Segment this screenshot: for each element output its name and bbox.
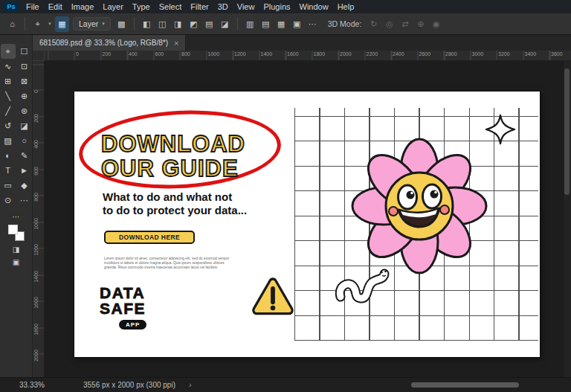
distribute-spacing-icon[interactable]: ▦ — [274, 16, 288, 32]
horizontal-scrollbar-thumb[interactable] — [411, 382, 519, 388]
path-selection-tool[interactable]: ► — [17, 163, 32, 178]
hand-tool[interactable]: ◆ — [17, 178, 32, 193]
show-transform-controls-icon[interactable]: ▩ — [114, 16, 129, 32]
headline-line1: DOWNLOAD — [101, 132, 245, 156]
ruler-h-label: 3200 — [498, 51, 510, 57]
photoshop-logo: Ps — [4, 1, 19, 12]
data-safe-app-logo: DATA SAFE APP — [100, 285, 146, 330]
ruler-vertical[interactable]: 0200400600800100012001400160018002000 — [33, 61, 45, 377]
options-bar: ⌂⌖▾▦Layer▾▩◧◫◨◩▤◪▥▤▦▣⋯3D Mode:↻◎⇄⊕◉ — [0, 13, 571, 35]
3d-camera-icon[interactable]: ◉ — [429, 16, 443, 32]
tools-grid: ⌖☐∿⊡⊞⊠╲⊕╱⊛↺◪▨○◐✎T►▭◆⊙⋯ — [1, 44, 32, 208]
options-divider — [25, 17, 25, 30]
ruler-v-label: 1000 — [33, 213, 42, 235]
transform-toggle-icon[interactable]: ▦ — [55, 16, 69, 32]
tool-preset-chevron-icon[interactable]: ▾ — [46, 16, 54, 32]
artboard[interactable]: DOWNLOAD OUR GUIDE What to do and what n… — [74, 91, 540, 357]
zoom-level-field[interactable]: 33.33% — [19, 381, 45, 389]
menu-edit[interactable]: Edit — [44, 0, 67, 13]
vertical-scrollbar[interactable] — [563, 61, 571, 377]
3d-roll-icon[interactable]: ◎ — [382, 16, 396, 32]
screen-mode-icon[interactable]: ▣ — [13, 257, 19, 266]
more-options-icon[interactable]: ⋯ — [306, 16, 320, 32]
quick-mask-icon[interactable]: ◨ — [13, 245, 19, 254]
download-here-button: DOWNLOAD HERE — [104, 231, 195, 244]
ruler-v-label: 2000 — [33, 344, 42, 367]
align-left-icon[interactable]: ◧ — [140, 16, 154, 32]
ruler-v-label: 1400 — [33, 266, 42, 288]
align-right-icon[interactable]: ◨ — [171, 16, 185, 32]
healing-brush-tool[interactable]: ⊕ — [17, 89, 32, 103]
align-top-icon[interactable]: ◩ — [187, 16, 201, 32]
gradient-tool[interactable]: ▨ — [1, 133, 16, 148]
edit-toolbar[interactable]: ⋯ — [17, 193, 32, 208]
crop-tool[interactable]: ⊞ — [1, 74, 16, 89]
move-tool-icon[interactable]: ⌖ — [30, 16, 45, 32]
menu-3d[interactable]: 3D — [213, 0, 233, 13]
document-tab[interactable]: 6815089.psd @ 33.3% (Logo, RGB/8*) × — [33, 35, 186, 51]
align-bottom-icon[interactable]: ◪ — [218, 16, 232, 32]
lorem-body-text: Lorem ipsum dolor sit amet, consectetur … — [104, 257, 236, 270]
menu-image[interactable]: Image — [67, 0, 99, 13]
document-info: 3556 px x 2000 px (300 ppi) — [83, 381, 175, 389]
menu-window[interactable]: Window — [295, 0, 333, 13]
ruler-v-label: 400 — [33, 133, 42, 155]
object-selection-tool[interactable]: ⊡ — [17, 59, 32, 74]
foreground-color-swatch[interactable] — [8, 225, 18, 234]
document-area: 0200400600800100012001400160018002000220… — [33, 51, 571, 377]
toolbar-more-icon[interactable]: ⋯ — [13, 212, 20, 221]
ruler-horizontal[interactable]: 0200400600800100012001400160018002000220… — [33, 51, 571, 61]
align-middle-icon[interactable]: ▤ — [202, 16, 216, 32]
menu-file[interactable]: File — [22, 0, 44, 13]
3d-orbit-icon[interactable]: ↻ — [367, 16, 381, 32]
align-center-horizontal-icon[interactable]: ◫ — [155, 16, 170, 32]
ruler-v-label: 800 — [33, 186, 42, 208]
tab-close-icon[interactable]: × — [174, 39, 178, 48]
menu-type[interactable]: Type — [128, 0, 155, 13]
ruler-h-label: 2200 — [367, 51, 378, 57]
logo-word-safe: SAFE — [100, 301, 146, 316]
pen-tool[interactable]: ✎ — [17, 148, 32, 163]
dodge-tool[interactable]: ◐ — [1, 148, 16, 163]
menu-view[interactable]: View — [233, 0, 259, 13]
menu-layer[interactable]: Layer — [98, 0, 128, 13]
align-options-icon[interactable]: ▣ — [290, 16, 304, 32]
menu-help[interactable]: Help — [333, 0, 359, 13]
headline-line2: OUR GUIDE — [101, 156, 245, 181]
ruler-h-label: 2600 — [419, 51, 431, 57]
history-brush-tool[interactable]: ↺ — [1, 118, 16, 133]
flower-character — [351, 138, 488, 274]
distribute-horizontal-icon[interactable]: ▥ — [243, 16, 257, 32]
tools-footer: ⋯ ◨ ▣ — [8, 212, 25, 266]
frame-tool[interactable]: ⊠ — [17, 74, 32, 89]
ruler-h-label: 1400 — [261, 51, 273, 57]
menu-plugins[interactable]: Plugins — [259, 0, 294, 13]
color-swatches[interactable] — [8, 225, 25, 241]
rectangle-tool[interactable]: ▭ — [1, 178, 16, 193]
type-tool[interactable]: T — [1, 163, 16, 178]
eyedropper-tool[interactable]: ╲ — [1, 89, 16, 103]
menu-select[interactable]: Select — [155, 0, 187, 13]
home-icon[interactable]: ⌂ — [5, 16, 19, 32]
auto-select-dropdown[interactable]: Layer▾ — [73, 17, 111, 30]
ruler-h-label: 400 — [129, 51, 138, 57]
move-tool[interactable]: ⌖ — [1, 44, 16, 59]
clone-stamp-tool[interactable]: ⊛ — [17, 103, 32, 118]
menubar: Ps FileEditImageLayerTypeSelectFilter3DV… — [0, 0, 571, 13]
document-tab-title: 6815089.psd @ 33.3% (Logo, RGB/8*) — [39, 39, 168, 47]
ruler-v-label: 1800 — [33, 318, 42, 341]
blur-tool[interactable]: ○ — [17, 133, 32, 148]
vertical-scrollbar-thumb[interactable] — [564, 68, 570, 195]
3d-pan-icon[interactable]: ⇄ — [398, 16, 412, 32]
3d-slide-icon[interactable]: ⊕ — [413, 16, 428, 32]
canvas[interactable]: DOWNLOAD OUR GUIDE What to do and what n… — [45, 61, 571, 377]
rectangular-marquee-tool[interactable]: ☐ — [17, 44, 32, 59]
menu-filter[interactable]: Filter — [186, 0, 213, 13]
ruler-h-label: 1200 — [234, 51, 246, 57]
lasso-tool[interactable]: ∿ — [1, 59, 16, 74]
eraser-tool[interactable]: ◪ — [17, 118, 32, 133]
distribute-vertical-icon[interactable]: ▤ — [259, 16, 273, 32]
brush-tool[interactable]: ╱ — [1, 103, 16, 118]
status-options-chevron-icon[interactable]: › — [189, 380, 192, 389]
zoom-tool[interactable]: ⊙ — [1, 193, 16, 208]
